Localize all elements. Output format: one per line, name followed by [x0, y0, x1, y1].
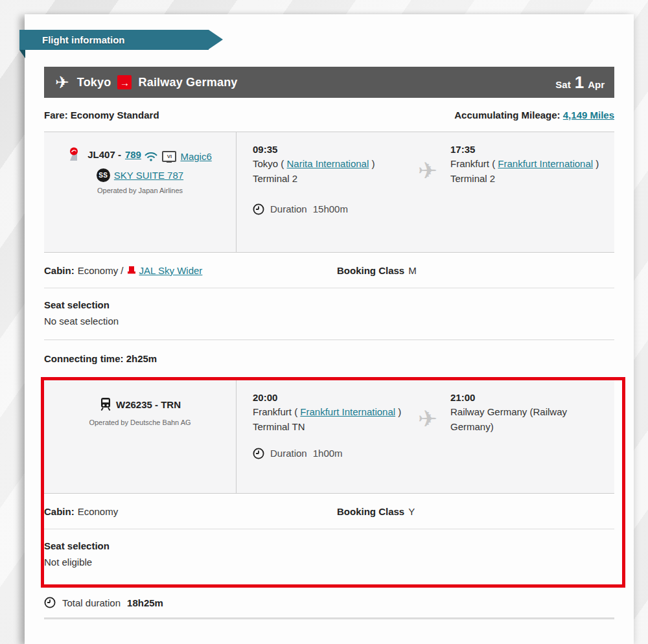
segment-departure: 20:00 Frankfurt ( Frankfurt Internationa…: [237, 380, 405, 493]
connecting-time-row: Connecting time: 2h25m: [44, 340, 614, 377]
cabin-row: Cabin: Economy Booking Class Y: [44, 494, 614, 529]
entertainment-link[interactable]: Magic6: [180, 151, 211, 162]
sky-suite-badge-icon: SS: [97, 168, 110, 182]
connecting-time-label: Connecting time: 2h25m: [44, 353, 157, 364]
route-header-bar: ✈ Tokyo → Railway Germany Sat 1 Apr: [44, 67, 614, 98]
segment-train-details: W26235 - TRN Operated by Deutsche Bahn A…: [44, 380, 237, 493]
clock-icon: [44, 597, 56, 608]
seat-selection-row: Seat selection Not eligible: [44, 529, 614, 584]
cabin-value: Economy: [78, 506, 119, 517]
segment-train: W26235 - TRN Operated by Deutsche Bahn A…: [44, 380, 614, 494]
segment-arrival: 17:35 Frankfurt ( Frankfurt Internationa…: [450, 132, 614, 252]
operated-by: Operated by Japan Airlines: [49, 187, 231, 194]
section-ribbon: Flight information: [19, 30, 209, 50]
video-monitor-icon: VI: [162, 151, 176, 162]
ribbon-arrow-tip: [209, 30, 223, 49]
wifi-icon: [144, 151, 158, 162]
transfer-plane-icon: ✈: [418, 159, 437, 252]
duration-label: Duration: [270, 448, 307, 459]
mileage-link[interactable]: 4,149 Miles: [563, 109, 614, 121]
seat-selection-label: Seat selection: [44, 540, 614, 551]
date-weekday: Sat: [555, 79, 570, 90]
cabin-row: Cabin: Economy / JAL Sky Wider Booking C…: [44, 253, 614, 288]
segment-departure: 09:35 Tokyo ( Narita International ) Ter…: [237, 132, 405, 252]
highlighted-segment-box: W26235 - TRN Operated by Deutsche Bahn A…: [41, 377, 625, 588]
train-number: W26235 - TRN: [116, 399, 181, 410]
seat-selection-value: No seat selection: [44, 316, 614, 327]
duration-value: 15h00m: [313, 203, 348, 214]
seat-icon: [127, 266, 136, 275]
arrival-city: Frankfurt (: [450, 158, 495, 169]
clock-icon: [253, 448, 264, 459]
aircraft-type-link[interactable]: 789: [125, 149, 141, 160]
departure-city: Tokyo (: [253, 158, 284, 169]
mileage-label: Accumulating Mileage:: [454, 109, 560, 121]
seat-selection-row: Seat selection No seat selection: [44, 288, 614, 340]
seat-selection-value: Not eligible: [44, 557, 614, 568]
departure-time: 09:35: [253, 144, 405, 155]
mileage-info: Accumulating Mileage: 4,149 Miles: [454, 109, 614, 121]
departure-airport-link[interactable]: Narita International: [287, 158, 369, 169]
sky-suite-link[interactable]: SKY SUITE 787: [114, 170, 183, 181]
fare-label: Fare: Economy Standard: [44, 109, 159, 121]
plane-icon: ✈: [55, 73, 69, 93]
booking-class-value: M: [408, 265, 417, 276]
arrival-time: 21:00: [450, 392, 612, 403]
departure-close-paren: ): [371, 158, 375, 169]
booking-class-label: Booking Class: [337, 506, 404, 517]
arrival-time: 17:35: [450, 144, 612, 155]
arrival-close-paren: ): [596, 158, 599, 169]
date-number: 1: [575, 73, 584, 93]
departure-time: 20:00: [253, 392, 405, 403]
seat-selection-label: Seat selection: [44, 299, 614, 310]
arrival-airport-link[interactable]: Frankfurt International: [498, 158, 593, 169]
departure-terminal: Terminal TN: [253, 419, 405, 434]
cabin-label: Cabin:: [44, 265, 75, 276]
jal-tail-logo-icon: [68, 146, 84, 162]
segment-flight-details: JL407 - 789 VI Magic6 SS SKY SUITE 787: [44, 132, 237, 252]
operated-by: Operated by Deutsche Bahn AG: [49, 419, 231, 426]
destination-city: Railway Germany: [138, 76, 237, 89]
booking-class-value: Y: [408, 506, 415, 517]
departure-terminal: Terminal 2: [253, 171, 405, 186]
flight-information-card: Flight information ✈ Tokyo → Railway Ger…: [25, 14, 634, 644]
cabin-seat-link[interactable]: JAL Sky Wider: [139, 265, 203, 276]
arrival-city: Railway Germany (Railway Germany): [450, 404, 605, 435]
cabin-label: Cabin:: [44, 506, 75, 517]
departure-city: Frankfurt (: [253, 406, 297, 417]
section-title: Flight information: [42, 34, 124, 45]
total-duration-label: Total duration: [62, 597, 121, 608]
duration-value: 1h00m: [313, 448, 343, 459]
departure-airport-link[interactable]: Frankfurt International: [300, 406, 395, 417]
route-arrow-icon: →: [117, 75, 132, 89]
flight-number: JL407 -: [87, 149, 121, 160]
total-duration-row: Total duration 18h25m: [44, 588, 614, 619]
segment-flight: JL407 - 789 VI Magic6 SS SKY SUITE 787: [44, 132, 614, 253]
duration-label: Duration: [270, 203, 307, 214]
transfer-plane-icon: ✈: [418, 408, 437, 493]
date-month: Apr: [588, 79, 605, 90]
clock-icon: [253, 203, 264, 215]
total-duration-value: 18h25m: [127, 597, 163, 608]
cabin-value: Economy /: [78, 265, 124, 276]
arrival-terminal: Terminal 2: [450, 171, 612, 186]
flight-date: Sat 1 Apr: [555, 73, 605, 93]
segment-arrival: 21:00 Railway Germany (Railway Germany): [450, 380, 614, 493]
origin-city: Tokyo: [77, 76, 111, 89]
booking-class-label: Booking Class: [337, 265, 404, 276]
departure-close-paren: ): [398, 406, 401, 417]
fare-row: Fare: Economy Standard Accumulating Mile…: [44, 98, 614, 132]
train-icon: [99, 397, 112, 411]
